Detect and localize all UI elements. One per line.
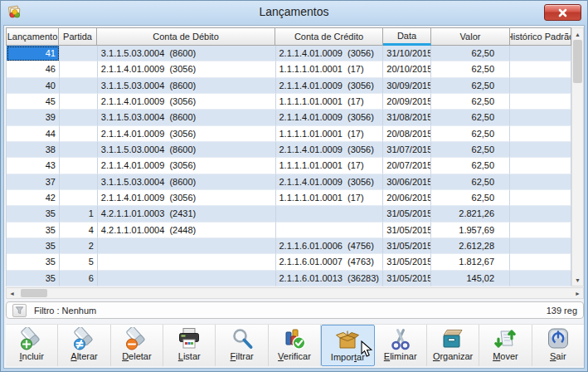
- table-cell[interactable]: 1.1.1.1.01.0001 (17): [276, 190, 384, 206]
- table-cell[interactable]: [60, 142, 98, 158]
- table-cell[interactable]: 31/05/2015: [383, 206, 431, 222]
- table-cell[interactable]: 3.1.1.5.03.0004 (8600): [98, 142, 276, 158]
- table-cell[interactable]: [510, 78, 571, 94]
- table-cell[interactable]: [60, 94, 98, 110]
- table-cell[interactable]: [510, 158, 571, 174]
- table-cell[interactable]: 6: [60, 271, 98, 286]
- table-cell[interactable]: 44: [7, 126, 60, 142]
- column-header-partida[interactable]: Partida: [59, 27, 97, 46]
- table-cell[interactable]: 42: [7, 190, 60, 206]
- table-cell[interactable]: [510, 61, 571, 77]
- table-cell[interactable]: 2.1.1.6.01.0013 (36283): [276, 271, 384, 286]
- listar-button[interactable]: Listar: [163, 325, 216, 366]
- table-cell[interactable]: 2.1.1.4.01.0009 (3056): [276, 78, 384, 94]
- scroll-down-icon[interactable]: ▼: [572, 274, 583, 286]
- table-cell[interactable]: [60, 110, 98, 125]
- table-cell[interactable]: 62,50: [431, 174, 510, 190]
- sair-button[interactable]: Sair: [532, 325, 584, 366]
- column-header-conta-de-credito[interactable]: Conta de Crédito: [275, 27, 383, 46]
- table-cell[interactable]: 4.2.1.1.01.0003 (2431): [98, 206, 276, 222]
- table-cell[interactable]: 31/05/2015: [383, 271, 431, 286]
- table-cell[interactable]: 62,50: [431, 126, 510, 142]
- table-cell[interactable]: [510, 223, 571, 238]
- table-row[interactable]: 462.1.1.4.01.0009 (3056)1.1.1.1.01.0001 …: [7, 61, 571, 77]
- table-cell[interactable]: 2.1.1.6.01.0006 (4756): [276, 238, 384, 254]
- table-row[interactable]: 3522.1.1.6.01.0006 (4756)31/05/20152.612…: [7, 238, 571, 254]
- table-cell[interactable]: 2.1.1.4.01.0009 (3056): [276, 142, 384, 158]
- table-cell[interactable]: [60, 126, 98, 142]
- table-cell[interactable]: 30/09/2015: [383, 78, 431, 94]
- table-cell[interactable]: 1.1.1.1.01.0001 (17): [276, 158, 384, 174]
- table-row[interactable]: 3514.2.1.1.01.0003 (2431)31/05/20152.821…: [7, 206, 571, 222]
- vertical-scroll-thumb[interactable]: [573, 40, 582, 83]
- eliminar-button[interactable]: Eliminar: [375, 325, 427, 366]
- filter-status-button[interactable]: [12, 304, 27, 317]
- table-cell[interactable]: 30/06/2015: [383, 174, 431, 190]
- table-cell[interactable]: 35: [7, 223, 60, 238]
- importar-button[interactable]: Importar: [321, 325, 374, 366]
- table-row[interactable]: 432.1.1.4.01.0009 (3056)1.1.1.1.01.0001 …: [7, 158, 571, 174]
- table-cell[interactable]: 1.1.1.1.01.0001 (17): [276, 94, 384, 110]
- table-cell[interactable]: 20/07/2015: [383, 158, 431, 174]
- organizar-button[interactable]: Organizar: [427, 325, 479, 366]
- table-cell[interactable]: [510, 46, 571, 61]
- scroll-up-icon[interactable]: ▲: [572, 28, 583, 40]
- table-row[interactable]: 383.1.1.5.03.0004 (8600)2.1.1.4.01.0009 …: [7, 142, 571, 158]
- table-cell[interactable]: 145,02: [431, 271, 510, 286]
- table-row[interactable]: 3552.1.1.6.01.0007 (4763)31/05/20151.812…: [7, 254, 571, 270]
- table-cell[interactable]: 5: [60, 254, 98, 270]
- table-cell[interactable]: 2.1.1.4.01.0009 (3056): [276, 110, 384, 125]
- table-cell[interactable]: 1.1.1.1.01.0001 (17): [276, 61, 384, 77]
- table-cell[interactable]: [276, 223, 384, 238]
- table-cell[interactable]: 2.1.1.4.01.0009 (3056): [98, 158, 276, 174]
- table-cell[interactable]: 31/05/2015: [383, 238, 431, 254]
- column-header-lancamento[interactable]: Lançamento: [6, 27, 59, 46]
- table-row[interactable]: 3544.2.1.1.01.0004 (2448)31/05/20151.957…: [7, 223, 571, 238]
- table-cell[interactable]: [98, 238, 276, 254]
- table-cell[interactable]: 20/08/2015: [383, 126, 431, 142]
- table-cell[interactable]: 1.957,69: [431, 223, 510, 238]
- table-cell[interactable]: [510, 190, 571, 206]
- table-cell[interactable]: 1.1.1.1.01.0001 (17): [276, 126, 384, 142]
- table-cell[interactable]: 38: [7, 142, 60, 158]
- table-cell[interactable]: 1: [60, 206, 98, 222]
- table-cell[interactable]: 3.1.1.5.03.0004 (8600): [98, 46, 276, 61]
- table-row[interactable]: 452.1.1.4.01.0009 (3056)1.1.1.1.01.0001 …: [7, 94, 571, 110]
- table-cell[interactable]: 20/10/2015: [383, 61, 431, 77]
- column-header-historico-padrao[interactable]: Histórico Padrão: [510, 27, 571, 46]
- alterar-button[interactable]: Alterar: [58, 325, 110, 366]
- table-row[interactable]: 3562.1.1.6.01.0013 (36283)31/05/2015145,…: [7, 271, 571, 286]
- mover-button[interactable]: Mover: [479, 325, 532, 366]
- table-cell[interactable]: 62,50: [431, 190, 510, 206]
- table-cell[interactable]: 2.1.1.6.01.0007 (4763): [276, 254, 384, 270]
- table-cell[interactable]: 41: [7, 46, 60, 61]
- table-cell[interactable]: 35: [7, 254, 60, 270]
- table-cell[interactable]: 3.1.1.5.03.0004 (8600): [98, 78, 276, 94]
- table-cell[interactable]: 35: [7, 271, 60, 286]
- table-cell[interactable]: [98, 254, 276, 270]
- table-cell[interactable]: 45: [7, 94, 60, 110]
- filtrar-button[interactable]: Filtrar: [216, 325, 268, 366]
- table-row[interactable]: 422.1.1.4.01.0009 (3056)1.1.1.1.01.0001 …: [7, 190, 571, 206]
- table-cell[interactable]: [510, 238, 571, 254]
- table-cell[interactable]: 62,50: [431, 61, 510, 77]
- table-cell[interactable]: [510, 110, 571, 125]
- close-button[interactable]: [544, 4, 581, 21]
- table-cell[interactable]: 31/08/2015: [383, 110, 431, 125]
- table-cell[interactable]: [510, 174, 571, 190]
- table-cell[interactable]: 2: [60, 238, 98, 254]
- table-row[interactable]: 403.1.1.5.03.0004 (8600)2.1.1.4.01.0009 …: [7, 78, 571, 94]
- scroll-right-icon[interactable]: ►: [572, 287, 583, 299]
- table-cell[interactable]: 20/09/2015: [383, 94, 431, 110]
- table-cell[interactable]: 2.1.1.4.01.0009 (3056): [276, 174, 384, 190]
- table-cell[interactable]: [510, 206, 571, 222]
- table-cell[interactable]: 37: [7, 174, 60, 190]
- table-cell[interactable]: 62,50: [431, 94, 510, 110]
- table-cell[interactable]: [510, 142, 571, 158]
- table-row[interactable]: 442.1.1.4.01.0009 (3056)1.1.1.1.01.0001 …: [7, 126, 571, 142]
- table-cell[interactable]: [98, 271, 276, 286]
- table-cell[interactable]: [60, 174, 98, 190]
- table-cell[interactable]: [60, 190, 98, 206]
- table-row[interactable]: 413.1.1.5.03.0004 (8600)2.1.1.4.01.0009 …: [7, 46, 571, 61]
- table-row[interactable]: 393.1.1.5.03.0004 (8600)2.1.1.4.01.0009 …: [7, 110, 571, 125]
